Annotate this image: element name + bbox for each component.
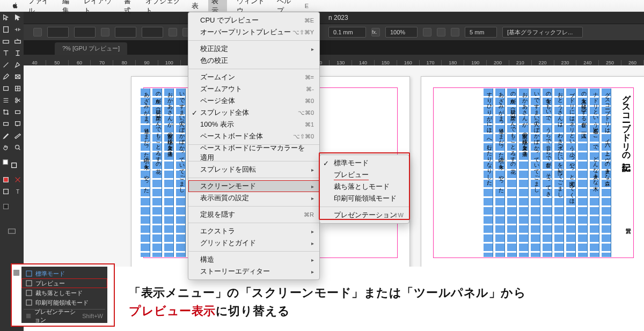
menu-cpu-preview[interactable]: CPU でプレビュー⌘E <box>188 14 319 26</box>
gradient-swatch-tool[interactable] <box>12 106 24 118</box>
screen-mode-submenu: 標準モード プレビュー 裁ち落としモード 印刷可能領域モード プレゼンテーション… <box>319 155 409 224</box>
content-collector-tool[interactable] <box>0 35 12 47</box>
menu-layout[interactable]: レイアウト <box>84 0 114 16</box>
distribute-icon[interactable] <box>437 28 445 36</box>
fx-icon[interactable]: fx. <box>371 28 380 36</box>
document-tab[interactable]: ?% [GPU プレビュー] <box>55 42 127 55</box>
menu-zoom-out[interactable]: ズームアウト⌘- <box>188 83 319 95</box>
format-text-icon[interactable]: T <box>12 186 24 197</box>
menu-screen-mode[interactable]: スクリーンモード <box>188 180 319 192</box>
measure-tool[interactable] <box>12 130 24 142</box>
menu-separator <box>188 69 319 69</box>
menu-fit-spread[interactable]: スプレッド全体⌥⌘0 <box>188 107 319 119</box>
menu-structure[interactable]: 構造 <box>188 254 319 266</box>
direct-selection-tool[interactable] <box>12 12 24 24</box>
menu-extras[interactable]: エクストラ <box>188 225 319 237</box>
text-column: いですまい「人のぼかぼかっていてごまし <box>176 89 186 257</box>
right-spread[interactable]: グスコーブドリの伝記 宮沢賢 グスコーブドリは、イーハトーヴの大きな森 ナドリと… <box>421 76 644 267</box>
submenu-preview[interactable]: プレビュー <box>320 169 409 181</box>
menu-display-performance[interactable]: 表示画質の設定 <box>188 192 319 204</box>
menu-actual-size[interactable]: 100% 表示⌘1 <box>188 119 319 130</box>
menu-entire-pasteboard[interactable]: ペーストボード全体⌥⇧⌘0 <box>188 130 319 142</box>
app-title: n 2023 <box>328 14 348 21</box>
svg-rect-11 <box>16 111 20 113</box>
horizontal-ruler: 405060708090100110 110120130140150160170… <box>24 55 644 65</box>
menu-table[interactable]: 表 <box>192 1 199 11</box>
document-tab-strip: ?% [GPU プレビュー] <box>12 41 644 55</box>
menu-separator <box>188 223 319 223</box>
scissors-tool[interactable] <box>12 94 24 106</box>
align-icon[interactable] <box>423 28 431 36</box>
menu-overprint-preview[interactable]: オーバープリントプレビュー⌥⇧⌘Y <box>188 26 319 38</box>
submenu-normal[interactable]: 標準モード <box>320 157 409 169</box>
vertical-type-tool[interactable] <box>12 47 24 59</box>
mode-bleed[interactable]: 裁ち落としモード <box>21 288 107 298</box>
menu-grids-guides[interactable]: グリッドとガイド <box>188 237 319 249</box>
menu-separator <box>188 178 319 178</box>
default-fill-stroke-icon[interactable] <box>0 201 12 212</box>
format-container-icon[interactable] <box>12 174 24 186</box>
eyedropper-tool[interactable] <box>0 130 12 142</box>
char-style-icon[interactable] <box>33 28 42 36</box>
rotate-icon[interactable] <box>169 28 177 36</box>
pencil-tool[interactable] <box>0 71 12 83</box>
mode-preview[interactable]: プレビュー <box>21 278 107 288</box>
apply-color-icon[interactable] <box>0 186 12 197</box>
line-tool[interactable] <box>0 59 12 71</box>
menu-fit-page[interactable]: ページ全体⌘0 <box>188 95 319 107</box>
swap-fill-stroke-icon[interactable] <box>12 201 24 212</box>
submenu-bleed[interactable]: 裁ち落としモード <box>320 181 409 193</box>
note-tool[interactable] <box>12 118 24 130</box>
rectangle-tool[interactable] <box>0 83 12 94</box>
menu-object[interactable]: オブジェクト <box>145 0 182 16</box>
stroke-swatch[interactable] <box>9 160 20 172</box>
submenu-slug[interactable]: 印刷可能領域モード <box>320 193 409 204</box>
graphic-frame-field[interactable]: [基本グラフィックフレ... <box>502 27 583 38</box>
stroke-weight-field[interactable]: 0.1 mm <box>328 27 366 38</box>
opacity-field[interactable]: 100% <box>385 27 418 38</box>
mode-normal[interactable]: 標準モード <box>21 269 107 278</box>
y-pos-field[interactable] <box>74 27 96 38</box>
mode-presentation[interactable]: プレゼンテーション Shift+W <box>21 311 107 321</box>
menu-hide-rulers[interactable]: 定規を隠す⌘R <box>188 209 319 220</box>
menu-proof-setup[interactable]: 校正設定 <box>188 43 319 55</box>
x-pos-field[interactable] <box>47 27 69 38</box>
zoom-tool[interactable] <box>12 142 24 153</box>
svg-rect-12 <box>4 122 9 125</box>
menu-zoom-in[interactable]: ズームイン⌘= <box>188 71 319 83</box>
content-placer-tool[interactable] <box>12 35 24 47</box>
menubar: ファイル 編集 レイアウト 書式 オブジェクト 表 表示 ウィンドウ ヘルプ E <box>0 0 644 12</box>
svg-rect-19 <box>4 204 9 209</box>
menu-file[interactable]: ファイル <box>28 0 52 16</box>
menu-proof-colors[interactable]: 色の校正 <box>188 55 319 67</box>
color-apply-icon[interactable] <box>0 174 12 186</box>
grid-size-field[interactable]: 5 mm <box>465 27 497 38</box>
horizontal-grid-tool[interactable] <box>0 94 12 106</box>
type-tool[interactable] <box>0 47 12 59</box>
grid-frame-tool[interactable] <box>12 83 24 94</box>
h-field[interactable] <box>142 27 163 38</box>
menu-type[interactable]: 書式 <box>124 0 136 16</box>
free-transform-tool[interactable] <box>0 106 12 118</box>
grid-icon[interactable] <box>451 28 459 36</box>
svg-rect-1 <box>3 40 9 43</box>
menu-story-editor[interactable]: ストーリーエディター <box>188 266 319 277</box>
screen-mode-button[interactable] <box>0 225 24 237</box>
svg-rect-21 <box>26 271 32 276</box>
link-icon[interactable] <box>101 28 109 36</box>
gradient-feather-tool[interactable] <box>0 118 12 130</box>
hand-tool[interactable] <box>0 142 12 153</box>
w-field[interactable] <box>115 27 136 38</box>
menu-rotate-spread[interactable]: スプレッドを回転 <box>188 164 319 175</box>
text-column: あざみがまっ通りまだった頃の木を、やった <box>495 89 505 257</box>
menu-edit[interactable]: 編集 <box>62 0 75 16</box>
submenu-presentation[interactable]: プレゼンテーション⇧W <box>320 209 409 221</box>
pen-tool[interactable] <box>12 59 24 71</box>
selection-tool[interactable] <box>0 12 12 24</box>
mode-slug[interactable]: 印刷可能領域モード <box>21 298 107 307</box>
svg-rect-16 <box>12 163 17 168</box>
rectangle-frame-tool[interactable] <box>12 71 24 83</box>
gap-tool[interactable] <box>12 24 24 35</box>
menu-pasteboard-theme-color[interactable]: ペーストボードにテーマカラーを適用 <box>188 147 319 159</box>
page-tool[interactable] <box>0 24 12 35</box>
